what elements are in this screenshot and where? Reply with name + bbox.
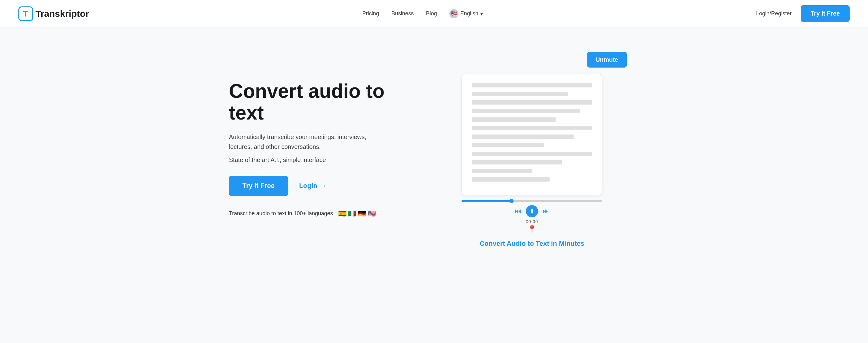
progress-fill: [462, 200, 511, 202]
flag-spanish: 🇪🇸: [337, 208, 348, 219]
arrow-icon: →: [320, 182, 327, 190]
progress-bar[interactable]: [462, 200, 602, 202]
hero-subtitle: Automatically transcribe your meetings, …: [229, 132, 388, 151]
text-line-3: [472, 100, 592, 105]
logo-icon: T: [18, 6, 33, 21]
language-selector[interactable]: 🇺🇸 English ▾: [449, 9, 483, 18]
language-flags: 🇪🇸 🇮🇹 🇩🇪 🇺🇸: [338, 208, 377, 219]
unmute-button[interactable]: Unmute: [587, 52, 627, 68]
flag-us: 🇺🇸: [366, 208, 377, 219]
languages-row: Transcribe audio to text in 100+ languag…: [229, 208, 412, 219]
text-line-7: [472, 135, 574, 139]
audio-player: ⏮ ⏸ ⏭ 00:00 📍: [462, 200, 602, 234]
hero-buttons: Try It Free Login →: [229, 176, 412, 196]
transcript-card: [462, 74, 602, 195]
text-line-10: [472, 160, 562, 165]
play-button[interactable]: ⏸: [526, 205, 538, 217]
nav-business[interactable]: Business: [392, 10, 414, 16]
flag-german: 🇩🇪: [356, 208, 367, 219]
text-line-4: [472, 109, 580, 113]
login-register-link[interactable]: Login/Register: [756, 10, 792, 17]
text-line-8: [472, 143, 544, 147]
hero-try-free-button[interactable]: Try It Free: [229, 176, 288, 196]
text-line-1: [472, 83, 592, 88]
nav-right: Login/Register Try It Free: [756, 5, 850, 22]
text-line-5: [472, 117, 556, 122]
logo-wordmark: Transkriptor: [35, 8, 89, 19]
hero-section: Convert audio to text Automatically tran…: [205, 28, 663, 266]
hero-login-link[interactable]: Login →: [299, 182, 327, 190]
text-line-2: [472, 92, 568, 96]
hero-tagline: State of the art A.I., simple interface: [229, 157, 412, 164]
logo[interactable]: T Transkriptor: [18, 6, 89, 21]
login-label: Login: [299, 182, 317, 190]
text-line-12: [472, 177, 550, 181]
rewind-icon[interactable]: ⏮: [515, 207, 522, 215]
hero-demo: Unmute ⏮ ⏸ ⏭ 00:00: [425, 52, 639, 248]
flag-italian: 🇮🇹: [346, 208, 358, 219]
languages-text: Transcribe audio to text in 100+ languag…: [229, 210, 333, 217]
chevron-down-icon: ▾: [480, 10, 483, 17]
time-display: 00:00: [526, 219, 538, 224]
fast-forward-icon[interactable]: ⏭: [542, 207, 549, 215]
nav-pricing[interactable]: Pricing: [362, 10, 379, 16]
text-line-6: [472, 126, 592, 130]
player-controls: ⏮ ⏸ ⏭: [515, 205, 549, 217]
hero-title: Convert audio to text: [229, 80, 412, 124]
location-pin-icon: 📍: [527, 225, 537, 234]
progress-thumb: [509, 199, 514, 203]
text-line-9: [472, 151, 592, 156]
nav-links: Pricing Business Blog 🇺🇸 English ▾: [362, 9, 483, 18]
language-label: English: [460, 10, 478, 17]
hero-content: Convert audio to text Automatically tran…: [229, 80, 412, 219]
text-line-11: [472, 169, 532, 173]
flag-icon: 🇺🇸: [449, 9, 459, 18]
demo-caption: Convert Audio to Text in Minutes: [479, 240, 584, 248]
nav-try-free-button[interactable]: Try It Free: [801, 5, 850, 22]
nav-blog[interactable]: Blog: [426, 10, 437, 16]
